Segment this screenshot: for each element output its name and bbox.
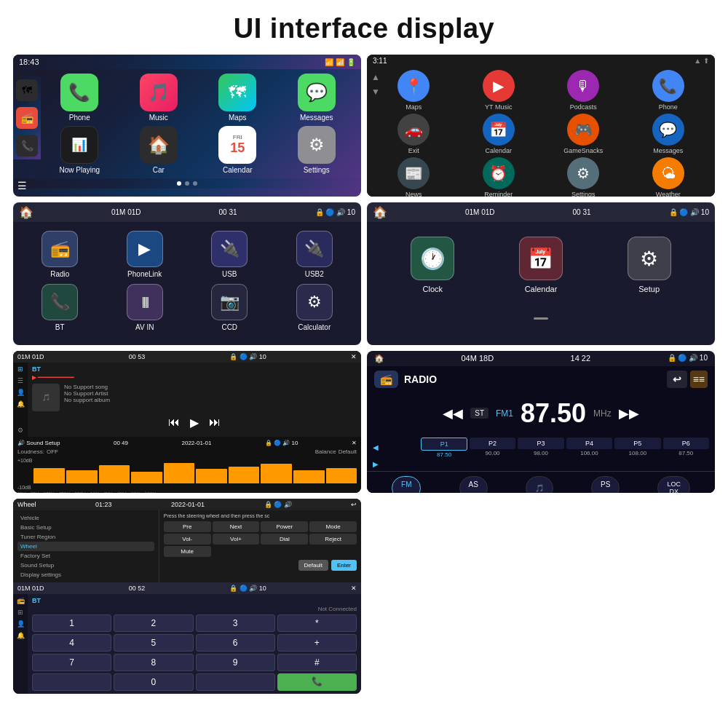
menu-radio[interactable]: 📻 Radio: [20, 231, 100, 278]
prev-btn[interactable]: ⏮: [168, 416, 180, 430]
eq-default-btn[interactable]: Default: [339, 448, 357, 455]
bt-keypad-sidebar-4[interactable]: 🔔: [17, 632, 25, 639]
sidebar-phone-icon[interactable]: 📞: [16, 135, 38, 157]
radio-next-btn[interactable]: ▶▶: [619, 405, 639, 422]
btn-vol-minus[interactable]: Vol-: [164, 534, 211, 545]
key-3[interactable]: 3: [196, 614, 275, 632]
aa-podcasts[interactable]: 🎙 Podcasts: [542, 70, 625, 111]
aa-weather[interactable]: 🌤 Weather: [628, 157, 710, 197]
radio-locdx-btn[interactable]: LOCDX: [657, 476, 690, 493]
sound-setup-item[interactable]: Sound Setup: [17, 561, 154, 570]
aa-settings[interactable]: ⚙ Settings: [542, 157, 625, 197]
bt-sidebar-icon-3[interactable]: 👤: [17, 389, 25, 396]
menu-calendar2[interactable]: 📅 Calendar: [490, 237, 593, 293]
aa-gamesnacks[interactable]: 🎮 GameSnacks: [542, 114, 625, 154]
eq-close[interactable]: ✕: [352, 440, 357, 446]
menu-calculator[interactable]: ⚙ Calculator: [275, 284, 355, 331]
btn-pre[interactable]: Pre: [164, 521, 211, 532]
aa-maps[interactable]: 📍 Maps: [373, 70, 455, 111]
key-8[interactable]: 8: [114, 654, 193, 671]
basic-setup-item[interactable]: Basic Setup: [17, 523, 154, 532]
aa-reminder[interactable]: ⏰ Reminder: [458, 157, 540, 197]
bt-close-icon[interactable]: ✕: [351, 353, 357, 360]
app-nowplaying[interactable]: 📊 Now Playing: [42, 126, 117, 174]
radio-prev-btn[interactable]: ◀◀: [443, 405, 463, 422]
app-settings[interactable]: ⚙ Settings: [280, 126, 355, 174]
app-music[interactable]: 🎵 Music: [122, 74, 197, 122]
btn-vol-plus[interactable]: Vol+: [213, 534, 260, 545]
preset-1[interactable]: P1 87.50: [421, 438, 467, 458]
menu-usb2[interactable]: 🔌 USB2: [275, 231, 355, 278]
menu-bt[interactable]: 📞 BT: [20, 284, 100, 331]
aa-down-btn[interactable]: ▼: [371, 87, 380, 97]
key-2[interactable]: 2: [114, 614, 193, 632]
btn-mute[interactable]: Mute: [164, 546, 211, 557]
key-star[interactable]: *: [277, 614, 357, 632]
play-btn[interactable]: ▶: [190, 416, 199, 430]
key-7[interactable]: 7: [32, 654, 111, 671]
key-hash[interactable]: #: [277, 654, 357, 671]
app-calendar[interactable]: FRI 15 Calendar: [200, 126, 275, 174]
aa-news[interactable]: 📰 News: [373, 157, 455, 197]
bt-sidebar-icon-5[interactable]: ⚙: [17, 427, 23, 434]
aa-calendar[interactable]: 📅 Calendar: [458, 114, 540, 154]
vehicle-item[interactable]: Vehicle: [17, 513, 154, 523]
preset-next-btn[interactable]: ▶: [373, 460, 419, 468]
preset-5[interactable]: P5 108.00: [614, 438, 660, 458]
bt-sidebar-icon-2[interactable]: ☰: [17, 377, 23, 384]
key-call[interactable]: 📞: [277, 673, 357, 691]
key-0[interactable]: 0: [114, 673, 193, 691]
bt-sidebar-icon-1[interactable]: ⊞: [17, 365, 23, 373]
key-1[interactable]: 1: [32, 614, 111, 632]
btn-power[interactable]: Power: [261, 521, 308, 532]
bt-keypad-sidebar-2[interactable]: ⊞: [17, 609, 23, 616]
app-phone[interactable]: 📞 Phone: [42, 74, 117, 122]
preset-4[interactable]: P4 106.00: [566, 438, 612, 458]
bt-keypad-sidebar-3[interactable]: 👤: [17, 620, 25, 628]
clock-menu-home-icon[interactable]: 🏠: [373, 205, 387, 219]
default-btn[interactable]: Default: [298, 560, 328, 571]
bt-sidebar-icon-4[interactable]: 🔔: [17, 400, 25, 408]
menu-clock[interactable]: 🕐 Clock: [381, 237, 484, 293]
enter-btn[interactable]: Enter: [331, 560, 357, 571]
key-plus[interactable]: +: [277, 634, 357, 652]
radio-fm-btn[interactable]: FM: [392, 476, 421, 493]
radio-back-btn[interactable]: ↩: [667, 371, 687, 388]
wheel-item-active[interactable]: Wheel: [17, 542, 154, 551]
menu-usb[interactable]: 🔌 USB: [190, 231, 269, 278]
menu-phonelink[interactable]: ▶ PhoneLink: [106, 231, 185, 278]
key-4[interactable]: 4: [32, 634, 111, 652]
preset-3[interactable]: P3 98.00: [518, 438, 563, 458]
aa-messages[interactable]: 💬 Messages: [628, 114, 710, 154]
key-9[interactable]: 9: [196, 654, 275, 671]
menu-ccd[interactable]: 📷 CCD: [190, 284, 269, 331]
factory-set-item[interactable]: Factory Set: [17, 551, 154, 561]
aa-ytmusic[interactable]: ▶ YT Music: [458, 70, 540, 111]
radio-scan-btn[interactable]: 🎵: [526, 476, 553, 493]
radio-eq-btn[interactable]: ≡≡: [690, 371, 708, 388]
menu-setup[interactable]: ⚙ Setup: [598, 237, 700, 293]
app-messages[interactable]: 💬 Messages: [280, 74, 355, 122]
radio-home-icon[interactable]: 🏠: [374, 354, 384, 363]
btn-next[interactable]: Next: [213, 521, 260, 532]
aa-exit[interactable]: 🚗 Exit: [373, 114, 455, 154]
preset-prev-btn[interactable]: ◀: [373, 438, 419, 458]
sidebar-maps-icon[interactable]: 🗺: [16, 79, 38, 101]
aa-phone[interactable]: 📞 Phone: [628, 70, 710, 111]
btn-reject[interactable]: Reject: [309, 534, 357, 545]
eq-balance-btn[interactable]: Balance: [315, 448, 336, 455]
app-maps[interactable]: 🗺 Maps: [200, 74, 275, 122]
key-6[interactable]: 6: [196, 634, 275, 652]
bt-keypad-close[interactable]: ✕: [351, 585, 357, 592]
radio-as-btn[interactable]: AS: [459, 476, 488, 493]
next-btn[interactable]: ⏭: [209, 416, 221, 430]
wheel-close[interactable]: ↩: [351, 501, 357, 508]
tuner-region-item[interactable]: Tuner Region: [17, 532, 154, 542]
app-car[interactable]: 🏠 Car: [122, 126, 197, 174]
menu-avin[interactable]: |||| AV IN: [106, 284, 185, 331]
sidebar-radio-icon[interactable]: 📻: [16, 107, 38, 129]
key-5[interactable]: 5: [114, 634, 193, 652]
display-settings-item[interactable]: Display settings: [17, 570, 154, 579]
btn-dial[interactable]: Dial: [261, 534, 308, 545]
aa-up-btn[interactable]: ▲: [371, 72, 380, 82]
